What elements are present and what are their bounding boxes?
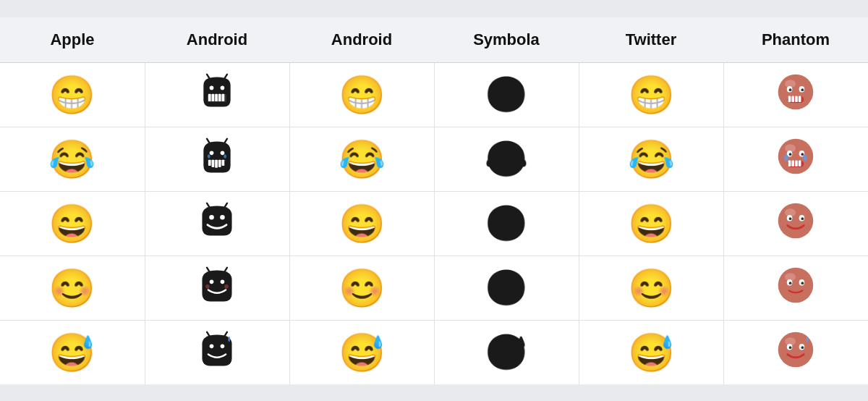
emoji-apple: 😅 — [48, 334, 95, 371]
svg-point-58 — [221, 279, 225, 284]
svg-rect-31 — [222, 159, 225, 165]
header-android2: Android — [289, 17, 434, 63]
svg-point-48 — [220, 215, 225, 220]
svg-rect-43 — [795, 160, 798, 166]
svg-point-54 — [801, 217, 804, 220]
cell-apple-row2: 😄 — [0, 191, 145, 256]
emoji-twitter: 😁 — [628, 76, 675, 114]
cell-phantom-row3 — [723, 256, 868, 320]
emoji-android2: 😁 — [339, 76, 386, 114]
cell-phantom-row0 — [723, 62, 868, 127]
svg-point-15 — [801, 88, 804, 91]
symbola-emoji-3: 😊 — [485, 271, 528, 305]
emoji-twitter: 😂 — [628, 140, 675, 178]
emoji-apple: 😊 — [48, 269, 95, 307]
svg-point-38 — [784, 154, 788, 161]
svg-point-53 — [789, 217, 792, 220]
cell-symbola-row3: 😊 — [434, 256, 579, 320]
emoji-android2: 😄 — [339, 205, 386, 242]
svg-point-65 — [789, 282, 792, 284]
svg-point-2 — [210, 85, 214, 90]
svg-rect-30 — [218, 159, 221, 166]
cell-android2-row4: 😅 — [289, 320, 434, 384]
svg-rect-27 — [208, 159, 211, 165]
svg-point-69 — [210, 344, 214, 348]
svg-rect-7 — [215, 93, 218, 101]
svg-rect-9 — [222, 93, 225, 101]
header-android1: Android — [145, 17, 289, 63]
svg-point-75 — [789, 346, 792, 349]
emoji-apple: 😂 — [48, 140, 95, 178]
cell-twitter-row2: 😄 — [579, 191, 723, 256]
svg-rect-20 — [799, 96, 801, 101]
svg-rect-8 — [218, 93, 221, 101]
cell-symbola-row1: 😂 — [434, 127, 579, 191]
emoji-comparison-table: AppleAndroidAndroidSymbolaTwitterPhantom… — [0, 17, 868, 384]
svg-point-24 — [221, 151, 225, 155]
table-row: 😂 😂😂😂 — [0, 127, 868, 191]
svg-point-39 — [804, 154, 808, 161]
svg-rect-17 — [788, 96, 791, 101]
svg-point-37 — [801, 153, 804, 156]
header-twitter: Twitter — [579, 17, 723, 63]
svg-point-70 — [221, 344, 225, 348]
svg-point-32 — [778, 138, 814, 174]
svg-point-60 — [224, 284, 229, 289]
svg-rect-42 — [792, 160, 795, 166]
header-apple: Apple — [0, 17, 145, 63]
svg-point-23 — [210, 151, 214, 155]
cell-android2-row2: 😄 — [289, 191, 434, 256]
phantom-emoji-3 — [775, 265, 816, 311]
cell-twitter-row1: 😂 — [579, 127, 723, 191]
svg-point-47 — [209, 215, 214, 220]
cell-apple-row3: 😊 — [0, 256, 145, 320]
cell-phantom-row2 — [723, 191, 868, 256]
table-row: 😊 😊😊😊 — [0, 256, 868, 320]
cell-symbola-row2: 😄 — [434, 191, 579, 256]
cell-apple-row0: 😁 — [0, 62, 145, 127]
svg-point-36 — [789, 153, 792, 156]
emoji-android2: 😂 — [339, 140, 386, 178]
emoji-apple: 😄 — [48, 205, 95, 242]
android-emoji-1 — [197, 136, 237, 182]
cell-symbola-row0: 😁 — [434, 62, 579, 127]
table-row: 😄 😄😄😄 — [0, 191, 868, 256]
emoji-android2: 😅 — [339, 334, 386, 371]
cell-android1-row3 — [145, 256, 289, 320]
svg-point-57 — [210, 279, 214, 284]
svg-point-3 — [221, 85, 225, 90]
table-row: 😅 😅😅😅 — [0, 320, 868, 384]
svg-rect-28 — [212, 159, 215, 166]
phantom-emoji-1 — [775, 136, 816, 182]
android-emoji-0 — [197, 72, 237, 118]
svg-rect-6 — [212, 93, 215, 101]
svg-point-25 — [208, 154, 210, 159]
android-emoji-3 — [197, 265, 237, 311]
svg-point-26 — [224, 154, 226, 159]
cell-android2-row1: 😂 — [289, 127, 434, 191]
cell-android1-row1 — [145, 127, 289, 191]
emoji-android2: 😊 — [339, 269, 386, 307]
header-symbola: Symbola — [434, 17, 579, 63]
svg-rect-44 — [799, 160, 801, 166]
android-emoji-4 — [197, 329, 237, 376]
android-emoji-2 — [197, 200, 237, 247]
svg-point-61 — [778, 267, 814, 303]
cell-apple-row4: 😅 — [0, 320, 145, 384]
svg-point-14 — [789, 88, 792, 91]
cell-phantom-row1 — [723, 127, 868, 191]
cell-android2-row3: 😊 — [289, 256, 434, 320]
phantom-emoji-4 — [775, 329, 816, 376]
cell-android1-row0 — [145, 62, 289, 127]
cell-symbola-row4: 😅 — [434, 320, 579, 384]
svg-rect-19 — [795, 96, 798, 101]
cell-apple-row1: 😂 — [0, 127, 145, 191]
svg-point-76 — [801, 346, 804, 349]
svg-rect-18 — [792, 96, 795, 101]
svg-point-66 — [801, 282, 804, 284]
emoji-twitter: 😅 — [628, 334, 675, 371]
svg-rect-29 — [215, 159, 218, 167]
symbola-emoji-4: 😅 — [485, 335, 528, 370]
symbola-emoji-1: 😂 — [485, 142, 528, 177]
table-row: 😁 😁😁😁 — [0, 62, 868, 127]
